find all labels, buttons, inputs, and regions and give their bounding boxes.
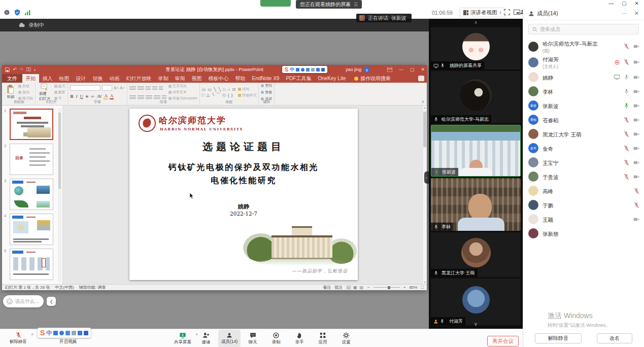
ribbon-tab-14[interactable]: PDF工具集 bbox=[283, 74, 315, 83]
toolbar-members-button[interactable]: 成员(14) bbox=[218, 330, 241, 347]
vertical-scrollbar[interactable]: ▲▼ bbox=[422, 106, 427, 284]
tooltip-menu-icon[interactable]: ☰ bbox=[354, 2, 358, 7]
mic-off-icon[interactable] bbox=[633, 202, 640, 209]
zoom-out-icon[interactable]: − bbox=[367, 285, 370, 290]
camera-icon[interactable] bbox=[633, 145, 640, 152]
toolbar-record-button[interactable]: 录制 bbox=[265, 330, 287, 347]
save-icon[interactable] bbox=[5, 67, 10, 72]
ribbon-tab-3[interactable]: 绘图 bbox=[56, 74, 73, 83]
slide-thumbnail-1[interactable]: 1 bbox=[4, 109, 54, 140]
member-row[interactable]: 付淑芳(主持人) bbox=[523, 54, 644, 70]
slide-thumbnail-4[interactable]: 4 bbox=[4, 214, 54, 245]
camera-icon[interactable] bbox=[633, 102, 640, 109]
ribbon-item[interactable]: 文字方向 bbox=[168, 84, 197, 89]
keyboard-icon[interactable] bbox=[72, 331, 76, 335]
video-tile[interactable]: 姚静的屏幕共享 bbox=[431, 27, 521, 70]
member-row[interactable]: 姚静 bbox=[523, 70, 644, 84]
slide-thumbnail-3[interactable]: 3 bbox=[4, 179, 54, 210]
chevron-up-icon[interactable]: ∧ bbox=[31, 332, 33, 336]
member-row[interactable]: 张新慈 bbox=[523, 226, 644, 240]
mic-off-icon[interactable] bbox=[623, 117, 630, 123]
fullscreen-icon[interactable] bbox=[504, 9, 510, 15]
camera-icon[interactable] bbox=[633, 59, 640, 65]
sogou-logo-icon[interactable]: S bbox=[285, 66, 288, 73]
punctuation-icon[interactable] bbox=[53, 331, 58, 335]
mic-off-icon[interactable] bbox=[623, 59, 630, 65]
ribbon-tab-10[interactable]: 视图 bbox=[188, 74, 205, 83]
maximize-button[interactable]: ▢ bbox=[622, 1, 626, 6]
view-buttons[interactable]: ▭▦▤ bbox=[346, 285, 364, 290]
shapes-gallery[interactable]: ▭ ▭ ╲ ╲ □ ○ ⊡□ △ ╰ ⌒ ◇ { } bbox=[202, 84, 236, 100]
video-tile[interactable]: 李林 bbox=[431, 178, 521, 231]
member-row[interactable]: 于贵波 bbox=[523, 169, 644, 184]
mic-off-icon[interactable] bbox=[623, 145, 630, 152]
ribbon-item[interactable]: 排列 bbox=[238, 87, 256, 92]
ribbon-item[interactable]: 重置 bbox=[54, 90, 65, 95]
zoom-slider[interactable] bbox=[374, 287, 400, 288]
chat-collapse-icon[interactable]: ❮ bbox=[47, 297, 56, 306]
more-videos-icon[interactable]: ∨ bbox=[429, 321, 523, 327]
screen-share-banner-button[interactable] bbox=[260, 0, 291, 7]
ribbon-tab-12[interactable]: 帮助 bbox=[232, 74, 249, 83]
comments-button[interactable]: 批注 bbox=[334, 285, 343, 290]
list-buttons[interactable] bbox=[129, 84, 166, 91]
toolbar-chat-button[interactable]: 聊天 bbox=[242, 330, 264, 347]
close-button[interactable]: ✕ bbox=[635, 1, 639, 6]
comments-icon[interactable] bbox=[418, 76, 424, 81]
undo-icon[interactable]: ↶ bbox=[13, 67, 17, 72]
panel-collapse-handle[interactable]: ‹ bbox=[424, 171, 429, 184]
unmute-button[interactable]: 解除静音 bbox=[535, 333, 582, 343]
mic-off-icon[interactable] bbox=[623, 131, 630, 137]
member-search-box[interactable] bbox=[528, 24, 639, 34]
more-options-icon[interactable]: ⋯ bbox=[622, 10, 627, 17]
skin-icon[interactable] bbox=[316, 68, 320, 72]
skin-icon[interactable] bbox=[78, 331, 82, 335]
camera-icon[interactable] bbox=[633, 174, 640, 180]
record-icon[interactable] bbox=[614, 59, 620, 65]
member-row[interactable]: 哈尔滨师范大学-马新志(我) bbox=[523, 39, 644, 54]
ribbon-item[interactable]: 对齐文本 bbox=[168, 90, 197, 95]
sogou-logo-icon[interactable]: S bbox=[40, 329, 45, 337]
keyboard-icon[interactable] bbox=[311, 68, 315, 72]
rename-button[interactable]: 改名 S bbox=[597, 333, 632, 343]
font-size-select[interactable] bbox=[102, 85, 112, 91]
member-row[interactable]: 睿柏 苍睿柏 bbox=[523, 113, 644, 127]
account-chip[interactable]: yao jing y bbox=[346, 66, 370, 73]
ribbon-item[interactable]: 复制 bbox=[18, 90, 33, 95]
toolbox-icon[interactable] bbox=[321, 68, 325, 72]
qat-customize-icon[interactable]: ▾ bbox=[34, 68, 36, 72]
notes-button[interactable]: 备注 bbox=[323, 285, 331, 290]
slide-thumbnail-5[interactable]: 5 bbox=[4, 249, 54, 280]
mic-on-icon[interactable] bbox=[623, 102, 630, 109]
mic-off-icon[interactable] bbox=[623, 43, 630, 50]
font-format-buttons[interactable]: BIUSabAVAA bbox=[70, 93, 125, 100]
slide-thumbnail-2[interactable]: 2目录 bbox=[4, 144, 54, 175]
camera-icon[interactable] bbox=[633, 131, 640, 137]
member-search-input[interactable] bbox=[540, 26, 635, 32]
paste-button[interactable]: 粘贴 bbox=[5, 84, 16, 100]
collapse-ribbon-icon[interactable]: ∧ bbox=[421, 99, 424, 104]
chinese-mode-icon[interactable]: 中 bbox=[46, 329, 52, 337]
ribbon-tab-file[interactable]: 文件 bbox=[2, 74, 22, 83]
punctuation-icon[interactable] bbox=[296, 68, 299, 72]
mic-icon[interactable] bbox=[623, 74, 630, 81]
toolbar-mic-off-button[interactable]: 解除静音∧ bbox=[7, 330, 29, 347]
emoji-icon[interactable] bbox=[59, 331, 64, 335]
fit-slide-icon[interactable]: ⛶ bbox=[421, 285, 424, 290]
camera-icon[interactable] bbox=[633, 159, 640, 166]
member-row[interactable]: 金奇 金奇 bbox=[523, 141, 644, 155]
ribbon-tab-13[interactable]: EndNote X9 bbox=[249, 74, 283, 83]
emoji-icon[interactable] bbox=[301, 68, 304, 72]
member-row[interactable]: 王颖 bbox=[523, 212, 644, 226]
ribbon-tab-6[interactable]: 动画 bbox=[106, 74, 123, 83]
video-tile[interactable]: 付淑芳 bbox=[431, 279, 521, 325]
voice-input-icon[interactable] bbox=[306, 68, 310, 72]
voice-input-icon[interactable] bbox=[65, 331, 70, 335]
input-method-bar[interactable]: S 中 bbox=[282, 66, 327, 73]
ribbon-display-icon[interactable] bbox=[387, 67, 392, 72]
toolbar-hand-button[interactable]: 举手 bbox=[288, 330, 311, 347]
toolbar-settings-button[interactable]: 设置 bbox=[335, 330, 357, 347]
chinese-mode-icon[interactable]: 中 bbox=[290, 66, 294, 73]
member-row[interactable]: 黑龙江大学 王萌 bbox=[523, 127, 644, 141]
ppt-close-button[interactable]: ✕ bbox=[421, 67, 425, 72]
